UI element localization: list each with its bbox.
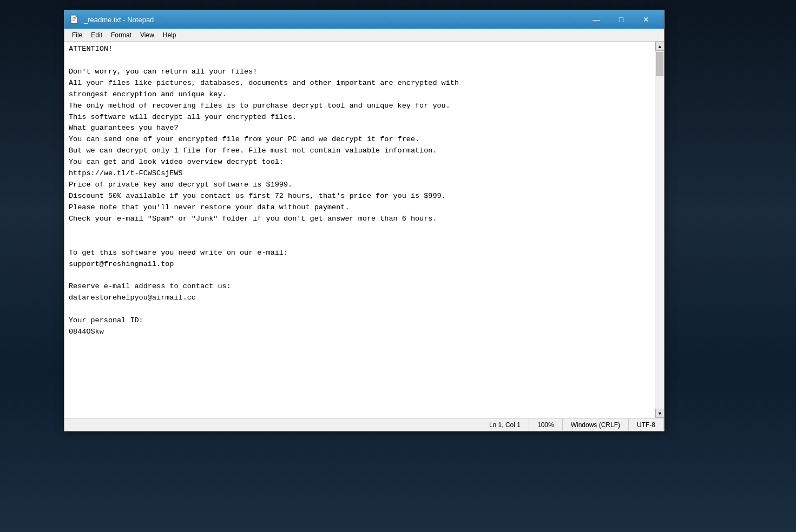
- scroll-thumb[interactable]: [656, 52, 663, 76]
- window-controls: — □ ✕: [584, 10, 659, 29]
- menu-file[interactable]: File: [68, 30, 87, 40]
- menu-edit[interactable]: Edit: [87, 30, 107, 40]
- text-editor[interactable]: ATTENTION! Don't worry, you can return a…: [64, 42, 655, 418]
- notepad-icon: [70, 15, 80, 24]
- text-area-wrapper: ATTENTION! Don't worry, you can return a…: [64, 42, 664, 418]
- menu-format[interactable]: Format: [107, 30, 136, 40]
- status-zoom: 100%: [529, 418, 563, 431]
- menu-bar: File Edit Format View Help: [64, 29, 664, 42]
- close-button[interactable]: ✕: [634, 10, 659, 29]
- status-line-endings: Windows (CRLF): [563, 418, 629, 431]
- notepad-window: _readme.txt - Notepad — □ ✕ File Edit Fo…: [64, 10, 665, 431]
- maximize-button[interactable]: □: [609, 10, 634, 29]
- scroll-down-button[interactable]: ▼: [655, 409, 664, 418]
- minimize-button[interactable]: —: [584, 10, 609, 29]
- window-title: _readme.txt - Notepad: [84, 16, 584, 24]
- title-bar: _readme.txt - Notepad — □ ✕: [64, 10, 664, 29]
- vertical-scrollbar: ▲ ▼: [655, 42, 664, 418]
- menu-view[interactable]: View: [136, 30, 159, 40]
- status-bar: Ln 1, Col 1 100% Windows (CRLF) UTF-8: [64, 418, 664, 431]
- status-position: Ln 1, Col 1: [64, 418, 529, 431]
- scroll-track[interactable]: [655, 51, 664, 409]
- scroll-up-button[interactable]: ▲: [655, 42, 664, 51]
- status-encoding: UTF-8: [629, 418, 664, 431]
- menu-help[interactable]: Help: [159, 30, 181, 40]
